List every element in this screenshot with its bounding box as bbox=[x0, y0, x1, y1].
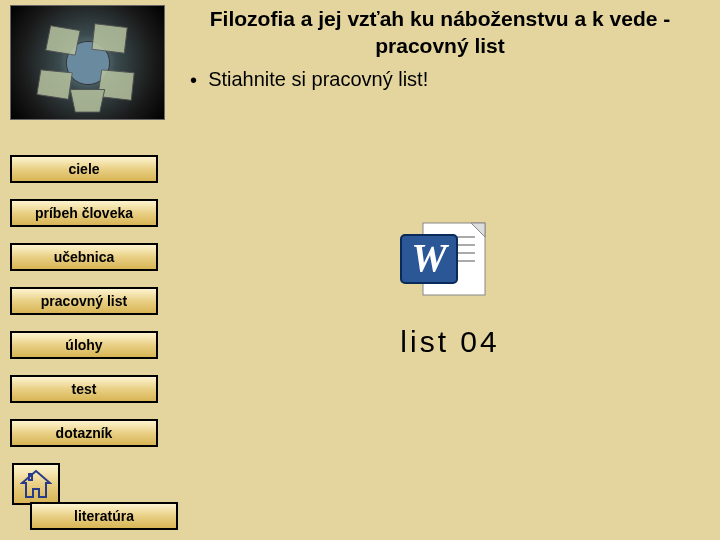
home-button[interactable] bbox=[12, 463, 60, 505]
nav-pribeh-cloveka[interactable]: príbeh človeka bbox=[10, 199, 158, 227]
nav-literatura[interactable]: literatúra bbox=[30, 502, 178, 530]
nav-pracovny-list[interactable]: pracovný list bbox=[10, 287, 158, 315]
nav-ciele[interactable]: ciele bbox=[10, 155, 158, 183]
svg-marker-2 bbox=[92, 24, 127, 53]
nav-ucebnica[interactable]: učebnica bbox=[10, 243, 158, 271]
home-icon bbox=[20, 469, 52, 499]
document-label: list 04 bbox=[340, 325, 560, 359]
page-title: Filozofia a jej vzťah ku náboženstvu a k… bbox=[170, 5, 710, 60]
nav-dotaznik[interactable]: dotazník bbox=[10, 419, 158, 447]
side-nav: ciele príbeh človeka učebnica pracovný l… bbox=[10, 155, 165, 463]
word-document-icon[interactable]: W bbox=[395, 215, 505, 305]
svg-marker-1 bbox=[46, 26, 80, 55]
svg-text:W: W bbox=[411, 235, 449, 280]
svg-marker-3 bbox=[37, 70, 72, 99]
bullet-instruction: • Stiahnite si pracovný list! bbox=[170, 68, 710, 92]
svg-marker-6 bbox=[22, 471, 50, 497]
nav-ulohy[interactable]: úlohy bbox=[10, 331, 158, 359]
nav-test[interactable]: test bbox=[10, 375, 158, 403]
bullet-text: Stiahnite si pracovný list! bbox=[208, 68, 428, 90]
svg-marker-5 bbox=[70, 90, 104, 113]
globe-panels-icon bbox=[10, 5, 165, 120]
